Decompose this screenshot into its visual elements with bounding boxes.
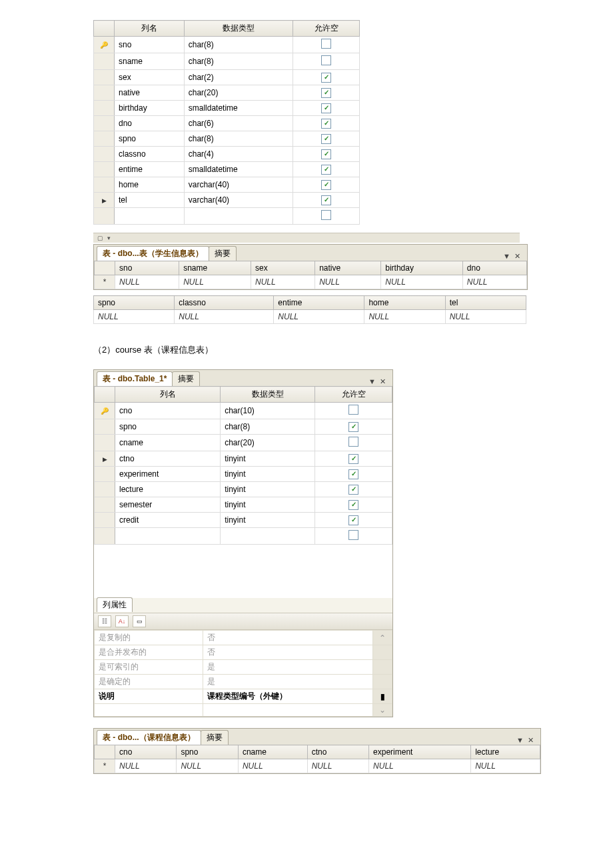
data-column-header[interactable]: entime [274,296,364,310]
data-cell-null[interactable]: NULL [238,759,307,773]
prop-page-button[interactable]: ▭ [133,615,146,627]
data-type-cell[interactable]: tinyint [221,497,315,513]
column-row[interactable]: dnochar(6) [94,116,360,131]
data-column-header[interactable]: experiment [369,745,471,759]
column-name-cell[interactable]: credit [115,513,221,528]
course-data-grid[interactable]: cnospnocnamectnoexperimentlecture *NULLN… [94,745,540,773]
data-type-cell[interactable]: char(8) [221,419,315,435]
data-cell-null[interactable]: NULL [364,310,445,324]
dropdown-icon[interactable]: ▼ [368,377,376,386]
data-cell-null[interactable]: NULL [307,759,368,773]
data-column-header[interactable]: sno [115,261,179,275]
tab-summary[interactable]: 摘要 [209,246,237,261]
dropdown-icon[interactable]: ▼ [516,736,524,745]
scroll-track[interactable] [373,660,392,675]
close-icon[interactable]: ✕ [528,736,534,745]
data-cell-null[interactable]: NULL [462,275,526,289]
column-row[interactable]: snamechar(8) [94,53,360,70]
data-type-cell[interactable]: char(10) [221,403,315,419]
data-column-header[interactable]: birthday [381,261,463,275]
allow-null-checkbox[interactable] [348,437,358,447]
tab-student-table[interactable]: 表 - dbo...表（学生信息表） [97,246,209,261]
column-row[interactable]: sexchar(2) [94,70,360,85]
column-row[interactable]: semestertinyint [95,497,392,513]
data-cell-null[interactable]: NULL [251,275,315,289]
data-column-header[interactable]: classno [175,296,274,310]
column-name-cell[interactable]: entime [115,162,185,177]
column-row[interactable]: nativechar(20) [94,85,360,101]
course-table-designer[interactable]: 列名 数据类型 允许空 🔑cnochar(10)spnochar(8)cname… [94,386,392,545]
toolbar-dropdown-icon[interactable]: ▾ [107,235,111,241]
data-type-cell[interactable]: char(6) [184,116,293,131]
allow-null-checkbox[interactable] [321,55,331,65]
allow-null-checkbox[interactable] [321,103,331,113]
header-col-name[interactable]: 列名 [115,387,221,403]
column-row[interactable]: experimenttinyint [95,467,392,482]
column-row[interactable]: telvarchar(40) [94,193,360,208]
scroll-up-icon[interactable]: ⌃ [373,631,392,645]
prop-tab[interactable]: 列属性 [97,597,133,612]
data-column-header[interactable]: dno [462,261,526,275]
allow-null-checkbox[interactable] [348,405,358,415]
property-value[interactable]: 否 [203,645,372,660]
student-data-grid-2[interactable]: spnoclassnoentimehometel NULLNULLNULLNUL… [93,295,526,324]
data-cell-null[interactable]: NULL [471,759,540,773]
property-value[interactable]: 课程类型编号（外键） [203,689,372,704]
data-column-header[interactable]: spno [177,745,238,759]
data-column-header[interactable]: sname [179,261,251,275]
data-column-header[interactable]: native [315,261,381,275]
column-row[interactable]: classnochar(4) [94,147,360,162]
scroll-track[interactable] [373,675,392,689]
data-column-header[interactable]: cno [115,745,177,759]
data-type-cell[interactable]: char(20) [221,435,315,451]
allow-null-checkbox[interactable] [321,73,331,83]
data-column-header[interactable]: ctno [307,745,368,759]
allow-null-checkbox[interactable] [321,165,331,175]
column-row[interactable]: spnochar(8) [95,419,392,435]
allow-null-checkbox[interactable] [348,422,358,432]
data-type-cell[interactable]: char(8) [184,53,293,70]
allow-null-checkbox[interactable] [321,210,331,220]
column-row[interactable]: homevarchar(40) [94,177,360,193]
column-name-cell[interactable]: classno [115,147,185,162]
property-row-description[interactable]: 说明 课程类型编号（外键） ▮ [95,689,392,704]
tab-summary[interactable]: 摘要 [201,730,229,745]
column-name-cell[interactable]: spno [115,131,185,147]
property-row[interactable]: 是确定的是 [95,675,392,689]
column-name-cell[interactable]: sno [115,37,185,53]
column-name-cell[interactable]: experiment [115,467,221,482]
allow-null-checkbox[interactable] [348,515,358,525]
column-name-cell[interactable]: cname [115,435,221,451]
allow-null-checkbox[interactable] [348,454,358,464]
data-cell-null[interactable]: NULL [179,275,251,289]
header-data-type[interactable]: 数据类型 [221,387,315,403]
property-grid[interactable]: 是复制的否⌃是合并发布的否是可索引的是是确定的是 说明 课程类型编号（外键） ▮… [94,630,392,717]
scroll-down-icon[interactable]: ⌄ [373,704,392,717]
column-row[interactable]: credittinyint [95,513,392,528]
data-type-cell[interactable]: varchar(40) [184,193,293,208]
property-value[interactable]: 否 [203,631,372,645]
data-column-header[interactable]: lecture [471,745,540,759]
column-row[interactable]: 🔑cnochar(10) [95,403,392,419]
data-cell-null[interactable]: NULL [115,759,177,773]
allow-null-checkbox[interactable] [348,485,358,495]
property-row[interactable]: 是复制的否⌃ [95,631,392,645]
column-row[interactable]: entimesmalldatetime [94,162,360,177]
data-type-cell[interactable]: char(20) [184,85,293,101]
property-row[interactable]: 是合并发布的否 [95,645,392,660]
data-cell-null[interactable]: NULL [381,275,463,289]
column-name-cell[interactable]: cno [115,403,221,419]
allow-null-checkbox[interactable] [321,195,331,205]
data-cell-null[interactable]: NULL [115,275,179,289]
data-cell-null[interactable]: NULL [94,310,175,324]
property-row[interactable]: 是可索引的是 [95,660,392,675]
column-name-cell[interactable]: semester [115,497,221,513]
allow-null-checkbox[interactable] [321,149,331,159]
tab-summary[interactable]: 摘要 [172,371,200,386]
column-name-cell[interactable]: sex [115,70,185,85]
property-value[interactable]: 是 [203,675,372,689]
student-data-grid-1[interactable]: snosnamesexnativebirthdaydno *NULLNULLNU… [94,261,527,289]
column-name-cell[interactable]: spno [115,419,221,435]
allow-null-checkbox[interactable] [321,88,331,98]
header-data-type[interactable]: 数据类型 [184,21,293,37]
